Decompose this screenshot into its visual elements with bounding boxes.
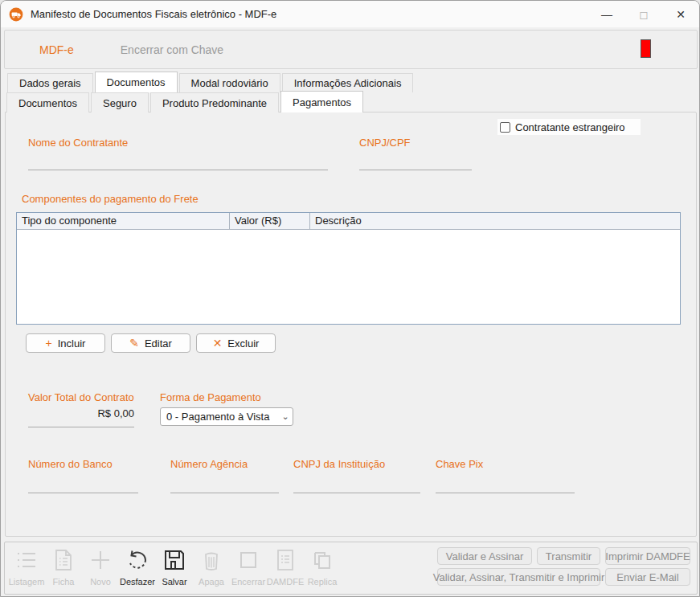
listagem-button: Listagem: [8, 546, 45, 587]
contratante-estrangeiro-checkbox[interactable]: [500, 122, 510, 133]
excluir-button[interactable]: ✕ Excluir: [196, 333, 276, 353]
validar-assinar-transmitir-imprimir-button[interactable]: Validar, Assinar, Transmitir e Imprimir: [437, 568, 600, 586]
numero-banco-label: Número do Banco: [28, 458, 113, 470]
document-icon: [50, 546, 77, 574]
toolbar-items: Listagem Ficha Novo: [8, 546, 341, 587]
subtab-produto-predominante[interactable]: Produto Predominante: [150, 92, 279, 112]
column-header-descricao[interactable]: Descrição: [310, 213, 680, 229]
nome-contratante-input[interactable]: [28, 170, 328, 170]
minimize-button[interactable]: —: [588, 1, 625, 27]
copy-icon: [309, 546, 336, 574]
validar-assinar-button[interactable]: Validar e Assinar: [437, 547, 532, 565]
table-header-row: Tipo do componente Valor (R$) Descrição: [17, 213, 680, 230]
subtab-pagamentos[interactable]: Pagamentos: [280, 91, 363, 112]
pencil-icon: ✎: [129, 337, 139, 349]
plus-icon: +: [46, 337, 52, 349]
tab-informacoes-adicionais[interactable]: Informações Adicionais: [282, 73, 414, 92]
desfazer-button[interactable]: Desfazer: [119, 546, 156, 587]
excluir-label: Excluir: [227, 337, 259, 350]
close-button[interactable]: ✕: [662, 1, 699, 27]
editar-button[interactable]: ✎ Editar: [111, 333, 190, 353]
contratante-estrangeiro-field: Contratante estrangeiro: [497, 119, 641, 135]
square-icon: [235, 546, 262, 574]
save-icon: [161, 546, 188, 574]
novo-button: Novo: [82, 546, 119, 587]
main-tabs: Dados gerais Documentos Modal rodoviário…: [7, 73, 415, 92]
window-title: Manifesto de Documentos Fiscais eletrôni…: [31, 8, 276, 20]
editar-label: Editar: [145, 337, 172, 350]
chave-pix-input[interactable]: [436, 493, 575, 493]
incluir-label: Incluir: [58, 337, 86, 350]
subtab-documentos[interactable]: Documentos: [6, 92, 89, 112]
undo-icon: [124, 546, 151, 574]
valor-total-contrato-value: R$ 0,00: [28, 407, 134, 419]
app-window: Manifesto de Documentos Fiscais eletrôni…: [0, 0, 700, 597]
chevron-down-icon: ⌄: [278, 411, 293, 422]
column-header-valor[interactable]: Valor (R$): [230, 213, 310, 229]
titlebar: Manifesto de Documentos Fiscais eletrôni…: [1, 1, 699, 27]
valor-total-contrato-label: Valor Total do Contrato: [28, 391, 134, 403]
cnpj-cpf-input[interactable]: [359, 170, 472, 170]
componentes-frete-label: Componentes do pagamento do Frete: [22, 193, 199, 205]
plus-icon: [87, 546, 114, 574]
cnpj-instituicao-label: CNPJ da Instituição: [293, 458, 385, 470]
menubar: MDF-e Encerrar com Chave: [4, 30, 698, 69]
pagamentos-panel: Contratante estrangeiro Nome do Contrata…: [5, 112, 697, 537]
numero-agencia-label: Número Agência: [170, 458, 248, 470]
sub-tabs: Documentos Seguro Produto Predominante P…: [6, 92, 365, 112]
maximize-button: ◻: [625, 1, 662, 27]
tab-modal-rodoviario[interactable]: Modal rodoviário: [179, 73, 280, 92]
tab-documentos[interactable]: Documentos: [95, 72, 178, 92]
forma-pagamento-selected-value: 0 - Pagamento à Vista: [166, 411, 278, 423]
numero-banco-input[interactable]: [28, 493, 138, 493]
tab-dados-gerais[interactable]: Dados gerais: [7, 73, 93, 92]
contratante-estrangeiro-label: Contratante estrangeiro: [515, 121, 625, 133]
imprimir-damdfe-button[interactable]: Imprimir DAMDFE: [605, 547, 690, 565]
report-icon: [272, 546, 299, 574]
window-controls: — ◻ ✕: [588, 1, 699, 27]
salvar-button[interactable]: Salvar: [156, 546, 193, 587]
encerrar-button: Encerrar: [230, 546, 267, 587]
forma-pagamento-label: Forma de Pagamento: [160, 391, 261, 403]
crud-button-row: + Incluir ✎ Editar ✕ Excluir: [26, 333, 276, 353]
cnpj-instituicao-input[interactable]: [293, 493, 420, 493]
transmitir-button[interactable]: Transmitir: [537, 547, 600, 565]
app-logo-icon: [9, 7, 23, 22]
cnpj-cpf-label: CNPJ/CPF: [359, 137, 411, 149]
trash-icon: [198, 546, 225, 574]
valor-total-contrato-input[interactable]: [28, 427, 134, 427]
bottom-toolbar: Listagem Ficha Novo: [4, 542, 698, 595]
numero-agencia-input[interactable]: [170, 493, 279, 493]
menu-mdfe[interactable]: MDF-e: [39, 43, 74, 56]
nome-contratante-label: Nome do Contratante: [28, 137, 128, 149]
forma-pagamento-select[interactable]: 0 - Pagamento à Vista ⌄: [160, 407, 293, 426]
replica-button: Replica: [304, 546, 341, 587]
componentes-frete-table[interactable]: Tipo do componente Valor (R$) Descrição: [16, 212, 681, 325]
damdfe-button: DAMDFE: [267, 546, 304, 587]
column-header-tipo-componente[interactable]: Tipo do componente: [17, 213, 230, 229]
x-icon: ✕: [213, 337, 223, 349]
apaga-button: Apaga: [193, 546, 230, 587]
enviar-email-button[interactable]: Enviar E-Mail: [605, 568, 690, 586]
menu-encerrar-com-chave[interactable]: Encerrar com Chave: [121, 43, 223, 56]
subtab-seguro[interactable]: Seguro: [91, 92, 149, 112]
ficha-button: Ficha: [45, 546, 82, 587]
chave-pix-label: Chave Pix: [436, 458, 483, 470]
certificate-status-indicator: [641, 39, 651, 58]
incluir-button[interactable]: + Incluir: [26, 333, 105, 353]
list-icon: [13, 546, 40, 574]
